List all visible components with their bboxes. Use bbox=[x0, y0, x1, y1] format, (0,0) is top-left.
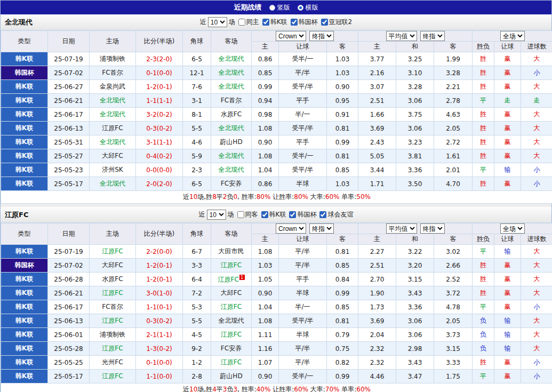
home-team-cell: 江原FC bbox=[90, 342, 136, 356]
score-cell: 1-2(0-1) bbox=[136, 273, 183, 286]
avg-home-odds-cell: 2.51 bbox=[358, 94, 396, 108]
filter-label: 同主 bbox=[246, 18, 259, 27]
filter-label: 球会友谊 bbox=[327, 210, 353, 219]
handicap-home-odds-cell: 0.85 bbox=[252, 66, 279, 80]
avg-home-odds-cell: 1.71 bbox=[358, 177, 396, 191]
handicap-away-odds-cell: 0.85 bbox=[327, 300, 358, 314]
corner-cell: 3-3 bbox=[183, 259, 211, 273]
average-source-select[interactable]: 终指 bbox=[420, 31, 445, 41]
filter-label: 韩国杯 bbox=[299, 18, 318, 27]
average-source-select[interactable]: 平均值 bbox=[386, 31, 417, 41]
date-cell: 25-05-17 bbox=[48, 177, 90, 191]
away-team-cell: 全北现代 bbox=[211, 66, 252, 80]
away-team-cell: 江原FC bbox=[211, 328, 252, 342]
view-option[interactable]: 横版 bbox=[298, 3, 318, 12]
league-cell: 韩K联 bbox=[1, 149, 48, 163]
summary-segment: 负 bbox=[227, 386, 233, 392]
summary-segment: 平 bbox=[217, 193, 223, 201]
summary-segment: 大率: bbox=[308, 193, 325, 201]
filter-checkbox[interactable] bbox=[238, 19, 245, 26]
column-header: 客场 bbox=[211, 31, 252, 52]
corner-cell: 2-3 bbox=[183, 163, 211, 177]
corner-cell: 3-1 bbox=[183, 94, 211, 108]
filter-checkbox[interactable] bbox=[289, 211, 296, 218]
filter-option[interactable]: 亚冠联2 bbox=[321, 18, 353, 27]
scope-select[interactable]: 全场 bbox=[500, 223, 525, 234]
handicap-source-select[interactable]: Crown bbox=[276, 223, 306, 234]
league-cell: 韩K联 bbox=[1, 245, 48, 259]
date-cell: 25-05-17 bbox=[48, 370, 90, 383]
home-team-cell: 金泉尚武 bbox=[90, 80, 136, 94]
filter-checkbox[interactable] bbox=[262, 19, 269, 26]
filter-label: 韩K联 bbox=[269, 210, 286, 219]
handicap-home-odds-cell: 0.86 bbox=[252, 177, 279, 191]
goals-result-cell: 大 bbox=[521, 149, 552, 163]
away-team-cell: FC安养 bbox=[211, 342, 252, 356]
column-header: 类型 bbox=[1, 31, 48, 52]
avg-away-odds-cell: 2.05 bbox=[434, 314, 473, 328]
score-cell: 0-1(0-0) bbox=[136, 356, 183, 370]
date-cell: 25-07-02 bbox=[48, 259, 90, 273]
home-team-cell: 江原FC bbox=[90, 245, 136, 259]
goals-result-cell: 小 bbox=[521, 356, 552, 370]
avg-draw-odds-cell: 3.36 bbox=[396, 163, 434, 177]
avg-draw-odds-cell: 3.50 bbox=[396, 177, 434, 191]
summary-segment: , 胜率: bbox=[237, 193, 257, 201]
handicap-source-select[interactable]: Crown bbox=[276, 31, 306, 41]
filter-checkbox[interactable] bbox=[321, 19, 328, 26]
team-section: 全北现代近10场同主韩K联韩国杯亚冠联2类型日期主场比分(半场)角球客场Crow… bbox=[1, 14, 551, 204]
filter-label: 亚冠联2 bbox=[329, 18, 353, 27]
handicap-result-cell: 赢 bbox=[494, 286, 521, 300]
handicap-home-odds-cell: 0.86 bbox=[252, 52, 279, 66]
filter-option[interactable]: 同客 bbox=[237, 210, 258, 219]
filter-option[interactable]: 韩国杯 bbox=[291, 18, 318, 27]
filter-option[interactable]: 球会友谊 bbox=[319, 210, 353, 219]
view-option[interactable]: 竖版 bbox=[269, 3, 290, 12]
score-cell: 3-2(0-2) bbox=[136, 108, 183, 122]
titlebar: 近期战绩 竖版横版 bbox=[1, 1, 551, 14]
goals-result-cell: 大 bbox=[521, 342, 552, 356]
away-team-label: 全北现代 bbox=[219, 152, 244, 159]
avg-away-odds-cell: 2.52 bbox=[434, 273, 473, 286]
radio-icon[interactable] bbox=[269, 5, 275, 11]
avg-away-odds-cell: 4.78 bbox=[434, 300, 473, 314]
scope-select[interactable]: 全场 bbox=[500, 31, 525, 41]
handicap-away-odds-cell: 0.84 bbox=[327, 273, 358, 286]
avg-draw-odds-cell: 3.28 bbox=[396, 80, 434, 94]
filter-checkbox[interactable] bbox=[291, 19, 298, 26]
corner-cell: 5-5 bbox=[183, 122, 211, 135]
filter-checkbox[interactable] bbox=[319, 211, 326, 218]
column-header: 日期 bbox=[48, 223, 90, 245]
score-cell: 2-1(1-1) bbox=[136, 328, 183, 342]
avg-home-odds-cell: 2.51 bbox=[358, 259, 396, 273]
handicap-cell: 平/半 bbox=[279, 342, 327, 356]
away-team-cell: 大邱FC bbox=[211, 286, 252, 300]
filter-label: 同客 bbox=[245, 210, 258, 219]
games-count-select[interactable]: 10 bbox=[208, 17, 227, 27]
league-cell: 韩K联 bbox=[1, 300, 48, 314]
average-source-select[interactable]: 终指 bbox=[420, 223, 445, 234]
corner-cell: 5-3 bbox=[183, 300, 211, 314]
score-cell: 0-1(0-0) bbox=[136, 66, 183, 80]
league-cell: 韩国杯 bbox=[1, 259, 48, 273]
filter-option[interactable]: 韩K联 bbox=[262, 18, 287, 27]
summary-segment: 10 bbox=[189, 193, 197, 201]
handicap-away-odds-cell: 0.85 bbox=[327, 163, 358, 177]
league-cell: 韩K联 bbox=[1, 52, 48, 66]
result-cell: 胜 bbox=[473, 135, 494, 149]
handicap-source-select[interactable]: 终指 bbox=[309, 223, 334, 234]
league-cell: 韩K联 bbox=[1, 286, 48, 300]
filter-option[interactable]: 韩K联 bbox=[261, 210, 286, 219]
games-count-select[interactable]: 10 bbox=[207, 210, 226, 220]
match-row: 韩K联25-05-23济州SK0-0(0-0)2-3全北现代1.04受平/半0.… bbox=[1, 163, 552, 177]
filter-checkbox[interactable] bbox=[237, 211, 244, 218]
avg-away-odds-cell: 3.33 bbox=[434, 356, 473, 370]
radio-icon[interactable] bbox=[298, 5, 303, 11]
average-source-select[interactable]: 平均值 bbox=[386, 223, 417, 234]
handicap-source-select[interactable]: 终指 bbox=[309, 31, 334, 41]
filter-checkbox[interactable] bbox=[261, 211, 268, 218]
match-row: 韩K联25-06-01浦项制铁2-1(1-1)4-5江原FC1.11半球0.79… bbox=[1, 328, 552, 342]
filter-option[interactable]: 韩国杯 bbox=[289, 210, 316, 219]
away-team-cell: 全北现代 bbox=[211, 163, 252, 177]
filter-option[interactable]: 同主 bbox=[238, 18, 259, 27]
